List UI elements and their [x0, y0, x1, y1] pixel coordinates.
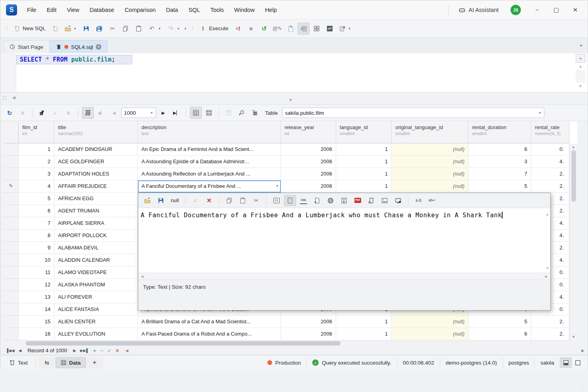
post-edit-button[interactable]: ✓ [105, 348, 113, 353]
swap-layout-button[interactable]: ⇆ [38, 357, 56, 368]
html-view-button[interactable] [325, 195, 337, 206]
row-marker[interactable] [4, 242, 19, 254]
cell-dropdown-icon[interactable]: ▾ [276, 180, 278, 192]
column-header-language_id[interactable]: language_idsmallint [336, 121, 392, 143]
cell-title[interactable]: ALAMO VIDEOTAPE [54, 266, 138, 279]
user-avatar[interactable]: JS [511, 5, 521, 15]
cell-film_id[interactable]: 13 [19, 291, 54, 303]
scrollbar-thumb[interactable] [571, 150, 576, 202]
scroll-up-icon[interactable]: ▲ [576, 63, 585, 70]
copy-button[interactable] [120, 23, 132, 35]
cell-title[interactable]: AFFAIR PREJUDICE [54, 180, 138, 193]
cell-rental_rate[interactable]: 0. [531, 143, 569, 156]
cell-title[interactable]: ALI FOREVER [54, 291, 138, 303]
tab-sql4[interactable]: SQL4.sql ✕ [50, 40, 108, 53]
sql-view-button[interactable] [365, 195, 377, 206]
set-null-button[interactable]: null [168, 195, 181, 206]
row-marker[interactable] [4, 303, 19, 316]
editor-scrollbar[interactable]: ÷ ▲ ▼ [576, 54, 585, 91]
cell-language_id[interactable]: 1 [336, 156, 392, 168]
cell-language_id[interactable]: 1 [336, 180, 392, 193]
scroll-down-icon[interactable]: ▼ [576, 83, 585, 90]
delete-record-button[interactable]: − [98, 348, 105, 354]
cell-language_id[interactable]: 1 [336, 143, 392, 156]
column-header-rental_duration[interactable]: rental_durationsmallint [468, 121, 531, 143]
row-marker[interactable] [4, 279, 19, 291]
cell-film_id[interactable]: 3 [19, 168, 54, 180]
cancel-value-button[interactable]: ✕ [203, 195, 215, 206]
cell-rental_duration[interactable]: 6 [468, 143, 531, 156]
cancel-changes-button[interactable]: ✕ [62, 107, 74, 119]
import-data-button[interactable] [298, 23, 309, 35]
row-marker[interactable] [4, 205, 19, 217]
add-result-tab-button[interactable]: + [86, 357, 103, 368]
cell-rental_rate[interactable]: 2. [531, 168, 569, 180]
paste-button[interactable] [133, 23, 145, 35]
table-select[interactable]: sakila.public.film ▾ [282, 108, 544, 118]
cell-original_language_id[interactable]: (null) [392, 156, 468, 168]
open-file-button[interactable]: ▾ [62, 23, 79, 35]
environment-badge[interactable]: Production [262, 357, 307, 368]
tab-close-icon[interactable]: ✕ [96, 44, 101, 50]
cell-original_language_id[interactable]: (null) [392, 143, 468, 156]
query-builder-button[interactable] [311, 23, 323, 35]
tab-text[interactable]: Text [4, 357, 33, 368]
row-marker[interactable] [4, 291, 19, 303]
database-name[interactable]: sakila [534, 357, 560, 368]
cell-title[interactable]: ADAPTATION HOLES [54, 168, 138, 180]
menu-window[interactable]: Window [230, 4, 259, 15]
toolbar-grip-icon[interactable]: ⋮ [188, 25, 196, 31]
cell-title[interactable]: ALADDIN CALENDAR [54, 254, 138, 266]
text-view-button[interactable] [284, 195, 296, 206]
cell-title[interactable]: ALLEY EVOLUTION [54, 328, 138, 340]
column-header-rental_rate[interactable]: rental_ratenumeric(4, 2) [531, 121, 569, 143]
row-marker[interactable] [4, 316, 19, 328]
cell-language_id[interactable]: 1 [336, 316, 392, 328]
cell-film_id[interactable]: 15 [19, 316, 54, 328]
cell-title[interactable]: ACADEMY DINOSAUR [54, 143, 138, 156]
scroll-down-icon[interactable]: ▼ [546, 266, 549, 270]
close-button[interactable]: ✕ [567, 3, 584, 17]
ai-assistant-button[interactable]: AI Assistant [455, 5, 503, 15]
apply-changes-button[interactable]: ✓ [49, 107, 61, 119]
cell-title[interactable]: AIRPORT POLLOCK [54, 230, 138, 242]
layout-single-button[interactable] [572, 357, 584, 368]
apply-value-button[interactable]: ✓ [190, 195, 201, 206]
richtext-view-button[interactable]: A [338, 195, 350, 206]
append-record-button[interactable]: + [91, 348, 98, 354]
save-button[interactable] [80, 23, 92, 35]
cell-rental_rate[interactable]: 2. [531, 328, 569, 340]
cell-film_id[interactable]: 5 [19, 193, 54, 205]
cell-film_id[interactable]: 2 [19, 156, 54, 168]
chart-designer-button[interactable] [324, 23, 336, 35]
cell-original_language_id[interactable]: (null) [392, 328, 468, 340]
split-editor-button[interactable]: ÷ [576, 54, 585, 63]
toolbar-overflow-icon[interactable]: ▾ [184, 27, 187, 31]
word-wrap-button[interactable]: a·b [412, 195, 424, 206]
next-record-button[interactable]: ▶ [71, 348, 78, 353]
column-header-film_id[interactable]: film_idint [19, 121, 54, 143]
menu-edit[interactable]: Edit [42, 4, 61, 15]
column-chooser-button[interactable] [222, 107, 234, 119]
cell-release_year[interactable]: 2006 [281, 143, 336, 156]
cell-film_id[interactable]: 7 [19, 217, 54, 230]
media-view-button[interactable] [392, 195, 404, 206]
cell-film_id[interactable]: 16 [19, 328, 54, 340]
scroll-down-icon[interactable]: ▼ [572, 334, 575, 340]
collapse-left-icon[interactable]: ◀ [12, 95, 15, 100]
row-marker-editing-pencil-icon[interactable]: ✎ [4, 180, 19, 193]
row-marker[interactable] [4, 168, 19, 180]
cell-title[interactable]: AIRPLANE SIERRA [54, 217, 138, 230]
tab-list-caret-icon[interactable]: ▾ [580, 43, 582, 48]
cell-title[interactable]: ALIEN CENTER [54, 316, 138, 328]
redo-button[interactable]: ↷▾ [165, 23, 183, 35]
cell-film_id[interactable]: 12 [19, 279, 54, 291]
scroll-right-icon[interactable]: ▶ [545, 274, 548, 278]
load-from-file-button[interactable] [141, 195, 153, 206]
scroll-right-icon[interactable]: ▶ [581, 348, 584, 353]
menu-database[interactable]: Database [85, 4, 119, 15]
stop-refresh-button[interactable]: ✕ [17, 107, 29, 119]
pdf-view-button[interactable]: PDF [352, 195, 364, 206]
cell-description[interactable]: A Astounding Epistle of a Database Admin… [138, 156, 281, 168]
first-page-button[interactable]: ◀▏ [95, 107, 107, 119]
